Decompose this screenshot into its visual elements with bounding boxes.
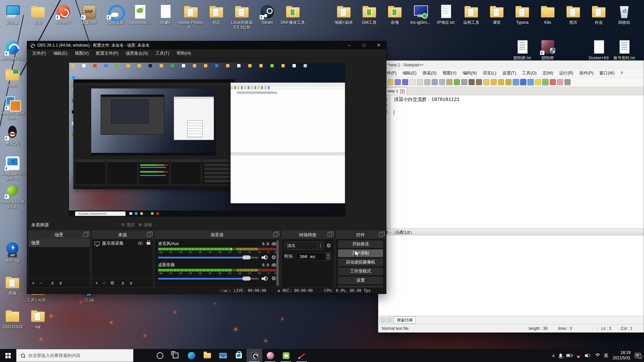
notification-center-icon[interactable]: 1 bbox=[635, 353, 641, 358]
tray-expand-icon[interactable]: ∧ bbox=[552, 353, 555, 358]
popout-icon[interactable] bbox=[328, 233, 332, 237]
desktop-icon-QQ浏览器[interactable]: QQ浏览器 bbox=[102, 4, 127, 25]
zoom-out-icon[interactable] bbox=[491, 79, 497, 85]
undo-icon[interactable] bbox=[454, 79, 460, 85]
obs-menu-场景集合(S)[interactable]: 场景集合(S) bbox=[122, 49, 152, 58]
desktop-icon-sqr[interactable]: sqr bbox=[25, 308, 51, 329]
move-scene-down-button[interactable]: ∨ bbox=[59, 281, 62, 285]
taskbar-app-avatar[interactable] bbox=[262, 349, 278, 362]
popout-icon[interactable] bbox=[84, 233, 88, 237]
lock-icon[interactable] bbox=[147, 242, 150, 245]
desktop-icon-光环.zip[interactable]: ZIP光环.zip bbox=[0, 242, 25, 263]
minimize-button[interactable]: – bbox=[342, 41, 357, 49]
channel-settings-gear-icon[interactable]: ⚙ bbox=[271, 255, 276, 260]
obs-menu-编辑(E)[interactable]: 编辑(E) bbox=[50, 49, 71, 58]
desktop-icon-swordman...[interactable]: swordman... bbox=[127, 4, 153, 25]
sync-vertical-icon[interactable] bbox=[513, 79, 519, 85]
taskbar-app-cortana[interactable] bbox=[152, 349, 168, 362]
mute-speaker-icon[interactable] bbox=[262, 276, 268, 281]
clock[interactable]: 16:19 2021/5/31 bbox=[613, 350, 631, 361]
obs-menu-视图(V)[interactable]: 视图(V) bbox=[71, 49, 93, 58]
volume-slider[interactable] bbox=[158, 257, 259, 258]
cut-icon[interactable] bbox=[432, 79, 438, 85]
scene-item[interactable]: 场景 bbox=[29, 239, 90, 247]
popout-icon[interactable] bbox=[379, 233, 383, 237]
line-text[interactable] bbox=[390, 109, 394, 116]
close-all-icon[interactable] bbox=[417, 79, 423, 85]
desktop-icon-账号密码.txt[interactable]: 账号密码.txt bbox=[611, 40, 637, 61]
taskbar-app-edge[interactable] bbox=[183, 349, 199, 362]
speaker-icon[interactable] bbox=[585, 354, 590, 358]
obs-menu-文件(F)[interactable]: 文件(F) bbox=[29, 49, 50, 58]
transition-settings-gear-icon[interactable]: ⚙ bbox=[326, 243, 331, 248]
zoom-in-icon[interactable] bbox=[483, 79, 489, 85]
taskbar-app-mail[interactable] bbox=[215, 349, 231, 362]
npp-menu-?[interactable]: ? bbox=[618, 70, 626, 77]
desktop-icon-Docker+K8[interactable]: Docker+K8 bbox=[586, 40, 611, 61]
npp-menu-编码(N)[interactable]: 编码(N) bbox=[460, 69, 480, 77]
open-icon[interactable] bbox=[387, 79, 393, 85]
desktop-icon-ins-qji3rn...[interactable]: ins-qji3rn... bbox=[408, 4, 433, 25]
notepadpp-editor[interactable]: 1清晨小白交流群：107618112123 bbox=[378, 95, 644, 229]
doc-switcher-icon[interactable] bbox=[550, 79, 556, 85]
qq-tray-icon[interactable] bbox=[576, 353, 581, 358]
properties-button[interactable]: ⚙ 属性 bbox=[121, 222, 135, 228]
desktop-icon-简体[interactable]: 简体 bbox=[0, 275, 25, 296]
obs-preview-canvas[interactable]: 在这里输入你要搜索的内容 bbox=[69, 63, 345, 217]
channel-settings-gear-icon[interactable]: ⚙ bbox=[271, 276, 276, 281]
remove-scene-button[interactable]: − bbox=[39, 281, 42, 285]
save-icon[interactable] bbox=[395, 79, 401, 85]
desktop-icon-GM工具[interactable]: GM工具 bbox=[357, 4, 382, 25]
play-macro-icon[interactable] bbox=[505, 79, 512, 85]
dock-window-icon[interactable] bbox=[380, 317, 386, 323]
sources-dock-header[interactable]: 来源 bbox=[92, 231, 153, 239]
input-language-indicator[interactable]: 英 bbox=[604, 353, 608, 359]
taskbar-app-task-view[interactable] bbox=[168, 349, 183, 362]
maximize-button[interactable]: □ bbox=[357, 41, 371, 49]
desktop-icon-Linux登录器 3.3.3总包[interactable]: Linux登录器 3.3.3总包 bbox=[229, 4, 255, 30]
npp-menu-宏(M)[interactable]: 宏(M) bbox=[540, 69, 556, 77]
npp-menu-语言(L)[interactable]: 语言(L) bbox=[480, 69, 499, 77]
mixer-scrollbar[interactable] bbox=[276, 240, 279, 286]
volume-slider-handle[interactable] bbox=[243, 277, 251, 281]
search-results-body[interactable] bbox=[378, 235, 644, 316]
control-button-退出[interactable]: 退出 bbox=[338, 286, 383, 287]
desktop-icon-IP地址.txt[interactable]: IP地址.txt bbox=[433, 4, 459, 25]
paste-icon[interactable] bbox=[446, 79, 452, 85]
find-icon[interactable] bbox=[469, 79, 475, 85]
control-button-工作室模式[interactable]: 工作室模式 bbox=[338, 267, 383, 275]
save-all-icon[interactable] bbox=[402, 79, 408, 85]
taskbar-app-obs[interactable] bbox=[247, 349, 262, 362]
record-macro-icon[interactable] bbox=[498, 79, 504, 85]
line-text[interactable]: 清晨小白交流群：1076181121 bbox=[390, 97, 460, 103]
desktop-icon-作业[interactable]: 作业 bbox=[586, 4, 611, 25]
desktop-icon-chen[interactable]: chen bbox=[0, 67, 25, 88]
desktop-icon-地图+副本[interactable]: 地图+副本 bbox=[331, 4, 357, 25]
volume-slider-handle[interactable] bbox=[243, 255, 251, 259]
control-button-启动虚拟摄像机[interactable]: 启动虚拟摄像机 bbox=[338, 258, 383, 266]
npp-menu-运行(R)[interactable]: 运行(R) bbox=[556, 69, 576, 77]
npp-menu-编辑(E)[interactable]: 编辑(E) bbox=[399, 69, 420, 77]
add-source-button[interactable]: + bbox=[95, 281, 98, 285]
desktop-icon-Typora[interactable]: Typora bbox=[509, 4, 535, 25]
redo-icon[interactable] bbox=[461, 79, 467, 85]
npp-menu-插件(P)[interactable]: 插件(P) bbox=[576, 69, 596, 77]
controls-dock-header[interactable]: 控件 bbox=[336, 231, 385, 239]
desktop-icon-录制[interactable]: 录制 bbox=[25, 4, 51, 25]
line-text[interactable] bbox=[390, 103, 394, 109]
desktop-icon-VMware Workstati...[interactable]: VMware Workstati... bbox=[0, 95, 25, 121]
wifi-icon[interactable] bbox=[594, 354, 600, 358]
close-button[interactable]: ✕ bbox=[371, 41, 386, 49]
visibility-eye-icon[interactable] bbox=[138, 242, 143, 245]
desktop-icon-远程工具[interactable]: 远程工具 bbox=[459, 4, 484, 25]
obs-titlebar[interactable]: OBS 26.1.1 (64-bit, windows) - 配置文件: 未命名… bbox=[27, 41, 386, 49]
obs-menu-帮助(H)[interactable]: 帮助(H) bbox=[173, 49, 195, 58]
control-button-开始推流[interactable]: 开始推流 bbox=[338, 240, 383, 248]
tab-close-icon[interactable]: × bbox=[400, 89, 405, 94]
desktop-icon-阴阳师[interactable]: 阴阳师 bbox=[535, 40, 560, 61]
microphone-icon[interactable] bbox=[559, 354, 562, 357]
mute-speaker-icon[interactable] bbox=[262, 255, 268, 260]
desktop-icon-Wallpaper Engine: ...[interactable]: ⚙Wallpaper Engine: ... bbox=[0, 155, 25, 181]
mixer-dock-header[interactable]: 混音器 bbox=[155, 231, 279, 239]
word-wrap-icon[interactable] bbox=[528, 79, 534, 85]
